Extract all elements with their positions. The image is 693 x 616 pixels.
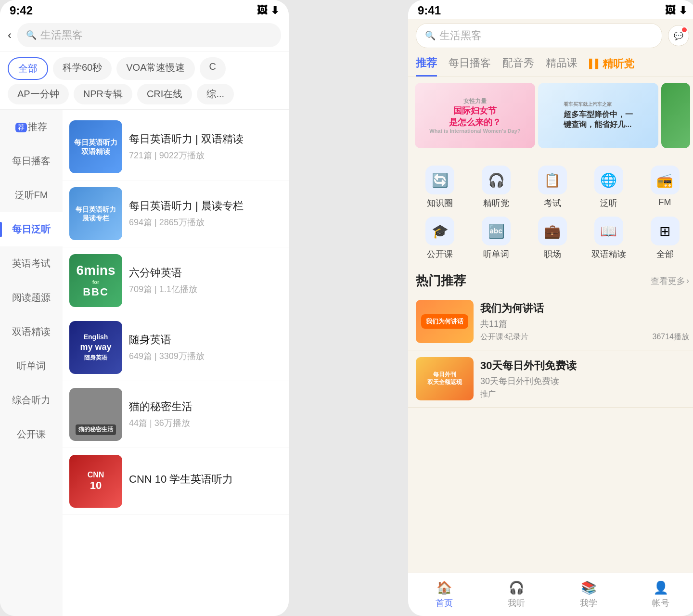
- tab-dubbing[interactable]: 配音秀: [502, 56, 534, 77]
- icon-jingting[interactable]: 🎧 精听党: [468, 162, 525, 213]
- tag-cri[interactable]: CRI在线: [137, 84, 192, 104]
- tag-npr[interactable]: NPR专辑: [74, 84, 132, 104]
- right-phone: 9:41 🖼 ⬇ 🔍 生活黑客 💬 推荐 每日播客 配音秀 精品课 ▌▌精听党 …: [408, 0, 693, 616]
- sidebar-item-opencourse[interactable]: 公开课: [0, 417, 63, 451]
- nav-home[interactable]: 🏠 首页: [408, 573, 480, 616]
- icon-words[interactable]: 🔤 听单词: [468, 213, 525, 264]
- hot-tags-2: 推广: [480, 389, 689, 399]
- banner-women-day[interactable]: 女性力量 国际妇女节是怎么来的？ What is International W…: [415, 83, 535, 148]
- content-meta-1: 721篇 | 9022万播放: [129, 150, 282, 161]
- content-item-2[interactable]: 每日英语听力晨读专栏 每日英语听力 | 晨读专栏 694篇 | 2865万播放: [63, 180, 289, 247]
- nav-study-label: 我学: [580, 597, 597, 609]
- tab-jingting[interactable]: ▌▌精听党: [589, 56, 634, 77]
- content-item-6[interactable]: CNN10 CNN 10 学生英语听力: [63, 448, 289, 515]
- hot-tag-label-1: 公开课·纪录片: [480, 332, 528, 342]
- content-item-1[interactable]: 每日英语听力双语精读 每日英语听力 | 双语精读 721篇 | 9022万播放: [63, 114, 289, 180]
- exam-icon: 📋: [538, 166, 567, 194]
- sidebar-item-comprehensive[interactable]: 综合听力: [0, 383, 63, 417]
- search-input-right[interactable]: 🔍 生活黑客: [416, 23, 662, 48]
- workplace-label: 职场: [544, 248, 561, 260]
- content-meta-5: 44篇 | 36万播放: [129, 417, 282, 429]
- nav-listen-label: 我听: [508, 597, 525, 609]
- left-phone: 9:42 🖼 ⬇ ‹ 🔍 生活黑客 全部 科学60秒 VOA常速慢速 C AP一…: [0, 0, 289, 616]
- search-bar-right: 🔍 生活黑客 💬: [408, 19, 693, 52]
- tag-more[interactable]: 综...: [197, 84, 234, 104]
- icon-workplace[interactable]: 💼 职场: [525, 213, 581, 264]
- content-item-3[interactable]: 6mins for BBC 六分钟英语 709篇 | 1.1亿播放: [63, 247, 289, 314]
- opencourse-label: 公开课: [427, 248, 453, 260]
- workplace-icon: 💼: [538, 217, 567, 245]
- content-title-3: 六分钟英语: [129, 266, 282, 280]
- content-title-4: 随身英语: [129, 333, 282, 347]
- banner-extra[interactable]: [661, 83, 690, 148]
- search-placeholder-right: 生活黑客: [439, 28, 482, 43]
- banner-car[interactable]: 看车买车就上汽车之家 超多车型降价中，一键查询，能省好几...: [538, 83, 658, 148]
- tag-voa[interactable]: VOA常速慢速: [116, 57, 194, 80]
- tag-all[interactable]: 全部: [8, 57, 48, 80]
- content-spacer: [408, 408, 693, 573]
- tag-c[interactable]: C: [200, 57, 226, 80]
- see-more-button[interactable]: 查看更多 ›: [651, 275, 689, 287]
- all-label: 全部: [656, 248, 674, 260]
- status-icons-left: 🖼 ⬇: [257, 4, 279, 17]
- nav-account-label: 帐号: [652, 597, 669, 609]
- nav-account[interactable]: 👤 帐号: [625, 573, 693, 616]
- listen-nav-icon: 🎧: [509, 580, 524, 595]
- banner-area: 女性力量 国际妇女节是怎么来的？ What is International W…: [408, 77, 693, 154]
- search-icon-right: 🔍: [425, 30, 436, 41]
- thumb-2: 每日英语听力晨读专栏: [69, 187, 122, 240]
- notification-dot: [681, 26, 688, 33]
- hot-item-1[interactable]: 我们为何讲话 我们为何讲话 共11篇 公开课·纪录片 36714播放: [408, 293, 693, 350]
- left-content: 荐推荐 每日播客 泛听FM 每日泛听 英语考试 阅读题源 双语精读 听单词 综合…: [0, 110, 289, 616]
- see-more-label: 查看更多: [651, 275, 685, 287]
- thumb-1: 每日英语听力双语精读: [69, 120, 122, 173]
- content-item-4[interactable]: English my way 随身英语 随身英语 649篇 | 3309万播放: [63, 314, 289, 381]
- listen-label: 泛听: [600, 197, 617, 209]
- words-icon: 🔤: [482, 217, 511, 245]
- sidebar-item-bilingual[interactable]: 双语精读: [0, 315, 63, 349]
- all-icon: ⊞: [651, 217, 680, 245]
- hot-thumb-1: 我们为何讲话: [416, 300, 474, 343]
- icon-bilingual[interactable]: 📖 双语精读: [580, 213, 637, 264]
- icon-grid: 🔄 知识圈 🎧 精听党 📋 考试 🌐 泛听 📻 FM 🎓 公开课 🔤 听单词: [408, 154, 693, 266]
- bilingual-icon: 📖: [594, 217, 623, 245]
- back-button[interactable]: ‹: [8, 28, 12, 42]
- content-info-5: 猫的秘密生活 44篇 | 36万播放: [129, 400, 282, 429]
- download-icon-right: ⬇: [679, 4, 687, 17]
- tag-ap[interactable]: AP一分钟: [8, 84, 69, 104]
- search-input-container-left[interactable]: 🔍 生活黑客: [17, 23, 281, 47]
- knowledge-label: 知识圈: [427, 197, 453, 209]
- icon-all[interactable]: ⊞ 全部: [637, 213, 693, 264]
- sidebar-item-recommend[interactable]: 荐推荐: [0, 110, 63, 144]
- hot-sub-2: 30天每日外刊免费读: [480, 375, 689, 387]
- content-title-6: CNN 10 学生英语听力: [129, 473, 282, 487]
- icon-exam[interactable]: 📋 考试: [525, 162, 581, 213]
- icon-opencourse[interactable]: 🎓 公开课: [412, 213, 468, 264]
- tab-premium[interactable]: 精品课: [546, 56, 578, 77]
- tag-science[interactable]: 科学60秒: [53, 57, 112, 80]
- hot-item-2[interactable]: 每日外刊双天全额返现 30天每日外刊免费读 30天每日外刊免费读 推广: [408, 350, 693, 408]
- thumb-4: English my way 随身英语: [69, 321, 122, 374]
- sidebar-item-fm[interactable]: 泛听FM: [0, 178, 63, 212]
- sidebar-item-exam[interactable]: 英语考试: [0, 246, 63, 281]
- tab-daily-podcast[interactable]: 每日播客: [449, 56, 491, 77]
- sidebar-item-words[interactable]: 听单词: [0, 349, 63, 383]
- icon-fm[interactable]: 📻 FM: [637, 162, 693, 213]
- content-info-4: 随身英语 649篇 | 3309万播放: [129, 333, 282, 362]
- hot-thumb-2: 每日外刊双天全额返现: [416, 357, 474, 400]
- nav-study[interactable]: 📚 我学: [552, 573, 625, 616]
- knowledge-icon: 🔄: [425, 166, 454, 194]
- hot-sub-1: 共11篇: [480, 318, 689, 330]
- sidebar-item-daily-listen[interactable]: 每日泛听: [0, 212, 63, 246]
- icon-knowledge[interactable]: 🔄 知识圈: [412, 162, 468, 213]
- tab-recommend[interactable]: 推荐: [416, 56, 437, 77]
- hot-info-1: 我们为何讲话 共11篇 公开课·纪录片 36714播放: [480, 301, 689, 342]
- nav-listen[interactable]: 🎧 我听: [480, 573, 552, 616]
- sidebar-item-reading[interactable]: 阅读题源: [0, 281, 63, 315]
- icon-listen[interactable]: 🌐 泛听: [580, 162, 637, 213]
- notification-button[interactable]: 💬: [668, 25, 689, 46]
- thumb-3: 6mins for BBC: [69, 254, 122, 307]
- content-meta-3: 709篇 | 1.1亿播放: [129, 283, 282, 295]
- content-item-5[interactable]: 猫的秘密生活 猫的秘密生活 44篇 | 36万播放: [63, 381, 289, 448]
- sidebar-item-daily-podcast[interactable]: 每日播客: [0, 144, 63, 178]
